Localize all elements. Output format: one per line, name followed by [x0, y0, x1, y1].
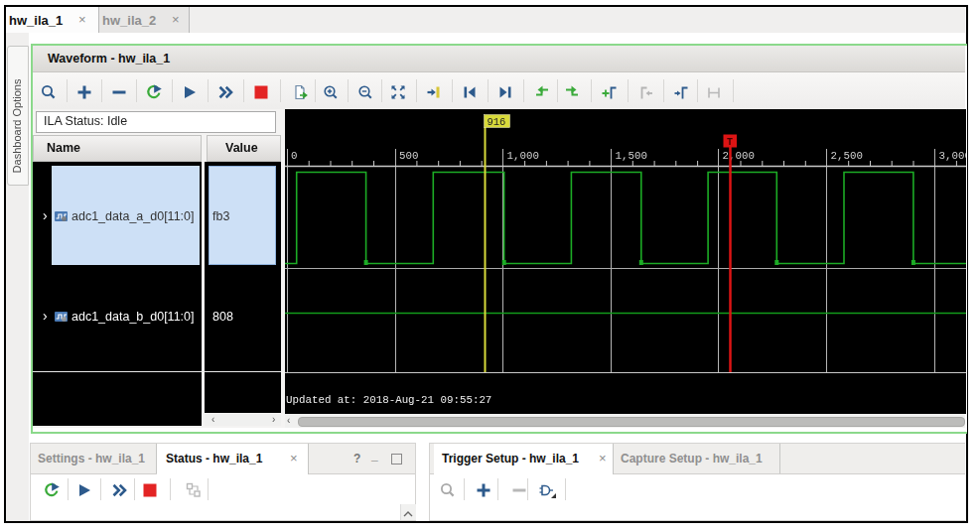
svg-text:T: T	[727, 137, 733, 148]
svg-text:2,000: 2,000	[723, 150, 755, 162]
svg-text:916: 916	[488, 116, 506, 128]
svg-text:500: 500	[399, 150, 418, 162]
svg-text:1,000: 1,000	[507, 150, 539, 162]
svg-text:2,500: 2,500	[831, 150, 863, 162]
svg-text:Updated at: 2018-Aug-21 09:55:: Updated at: 2018-Aug-21 09:55:27	[286, 394, 491, 406]
svg-text:1,500: 1,500	[616, 150, 647, 162]
svg-text:3,000: 3,000	[939, 150, 967, 162]
svg-text:0: 0	[291, 150, 297, 162]
